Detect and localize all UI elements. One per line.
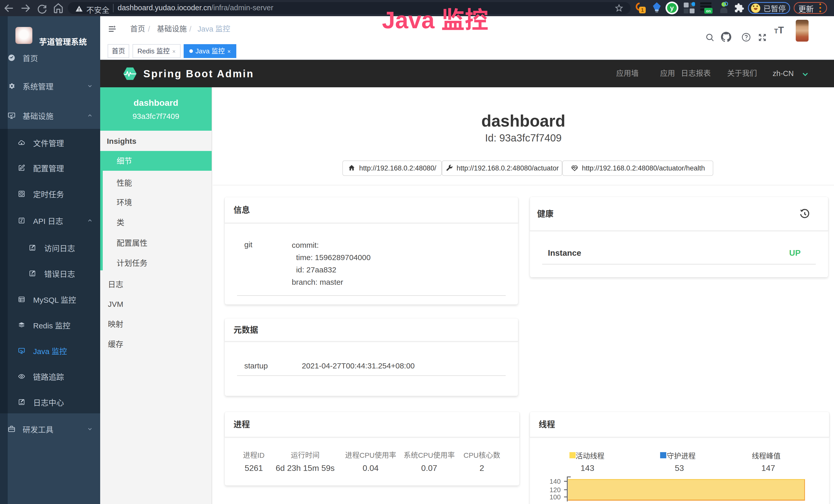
svg-text:y: y [670, 4, 674, 12]
svg-text:on: on [706, 9, 711, 13]
svg-text:1: 1 [641, 7, 644, 13]
